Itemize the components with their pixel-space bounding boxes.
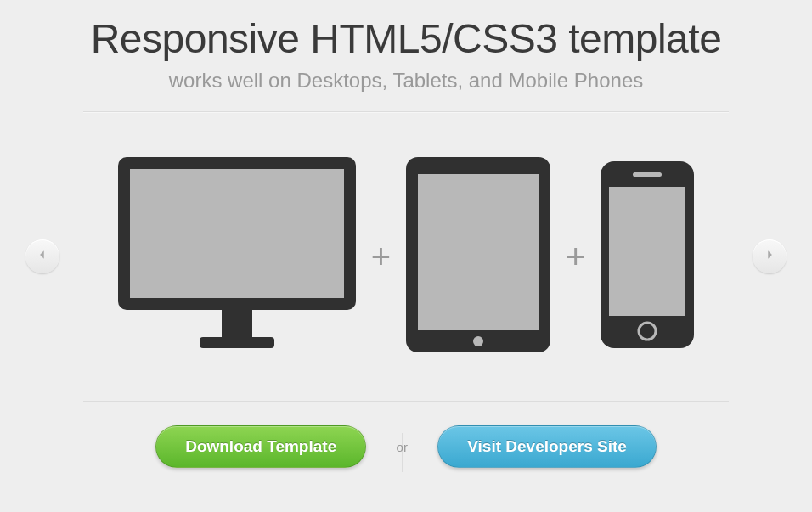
- svg-rect-5: [418, 174, 539, 330]
- or-label: or: [393, 440, 411, 454]
- svg-rect-1: [130, 169, 344, 298]
- svg-rect-9: [633, 172, 662, 177]
- prev-slide-button[interactable]: [25, 239, 59, 273]
- svg-rect-2: [222, 310, 252, 337]
- or-divider: or: [385, 440, 419, 454]
- visit-button[interactable]: Visit Developers Site: [437, 425, 657, 468]
- page-subtitle: works well on Desktops, Tablets, and Mob…: [0, 69, 812, 93]
- chevron-right-icon: [764, 249, 775, 264]
- divider-bottom: [83, 401, 729, 402]
- cta-row: Download Template or Visit Developers Si…: [0, 425, 812, 468]
- download-button[interactable]: Download Template: [155, 425, 366, 468]
- plus-separator: +: [371, 238, 391, 276]
- plus-separator: +: [566, 238, 585, 276]
- svg-point-6: [473, 336, 483, 346]
- desktop-monitor-icon: [118, 157, 356, 356]
- hero-section: + +: [0, 146, 812, 367]
- next-slide-button[interactable]: [753, 239, 787, 273]
- phone-icon: [601, 161, 694, 352]
- svg-rect-8: [609, 187, 685, 316]
- divider-top: [83, 111, 729, 112]
- devices-illustration: + +: [0, 146, 812, 367]
- tablet-icon: [406, 157, 550, 356]
- chevron-left-icon: [37, 249, 48, 264]
- svg-rect-3: [200, 337, 274, 348]
- page-title: Responsive HTML5/CSS3 template: [0, 0, 812, 62]
